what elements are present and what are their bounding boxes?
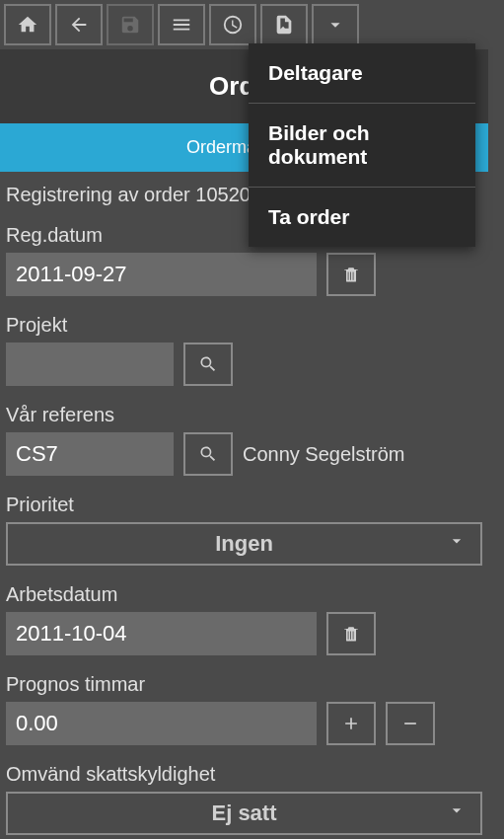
referens-label: Vår referens: [6, 404, 482, 426]
referens-name: Conny Segelström: [243, 443, 405, 466]
omvand-select[interactable]: Ej satt: [6, 792, 482, 835]
back-icon: [68, 14, 90, 36]
home-button[interactable]: [4, 4, 51, 45]
trash-icon: [341, 265, 361, 284]
arbetsdatum-clear-button[interactable]: [326, 612, 376, 655]
menu-button[interactable]: [158, 4, 205, 45]
dropdown-menu: Deltagare Bilder och dokument Ta order: [249, 43, 475, 247]
projekt-input[interactable]: [6, 343, 174, 386]
omvand-value: Ej satt: [211, 801, 276, 826]
menu-bilder[interactable]: Bilder och dokument: [249, 104, 475, 188]
home-icon: [17, 14, 38, 36]
prognos-input[interactable]: [6, 702, 317, 745]
trash-icon: [341, 624, 361, 644]
document-icon: [273, 14, 295, 36]
prioritet-value: Ingen: [215, 531, 273, 557]
prognos-label: Prognos timmar: [6, 673, 482, 696]
regdatum-clear-button[interactable]: [326, 253, 376, 296]
prognos-minus-button[interactable]: [386, 702, 435, 745]
referens-input[interactable]: [6, 432, 174, 476]
chevron-down-icon: [324, 14, 346, 36]
save-button[interactable]: [107, 4, 154, 45]
menu-taorder[interactable]: Ta order: [249, 188, 475, 247]
back-button[interactable]: [55, 4, 103, 45]
clock-icon: [222, 14, 244, 36]
history-button[interactable]: [209, 4, 256, 45]
search-icon: [198, 444, 218, 464]
omvand-label: Omvänd skattskyldighet: [6, 763, 482, 786]
regdatum-input[interactable]: [6, 253, 317, 296]
document-button[interactable]: [260, 4, 308, 45]
projekt-label: Projekt: [6, 314, 482, 337]
projekt-search-button[interactable]: [183, 343, 233, 386]
chevron-down-icon: [447, 801, 467, 826]
more-button[interactable]: [312, 4, 359, 45]
arbetsdatum-label: Arbetsdatum: [6, 583, 482, 606]
prioritet-label: Prioritet: [6, 494, 482, 516]
toolbar: [0, 0, 488, 49]
chevron-down-icon: [447, 531, 467, 557]
menu-icon: [171, 14, 192, 36]
menu-deltagare[interactable]: Deltagare: [249, 43, 475, 104]
plus-icon: [341, 714, 361, 733]
referens-search-button[interactable]: [183, 432, 233, 476]
arbetsdatum-input[interactable]: [6, 612, 317, 655]
minus-icon: [400, 714, 420, 733]
search-icon: [198, 354, 218, 374]
prognos-plus-button[interactable]: [326, 702, 376, 745]
prioritet-select[interactable]: Ingen: [6, 522, 482, 566]
save-icon: [119, 14, 141, 36]
